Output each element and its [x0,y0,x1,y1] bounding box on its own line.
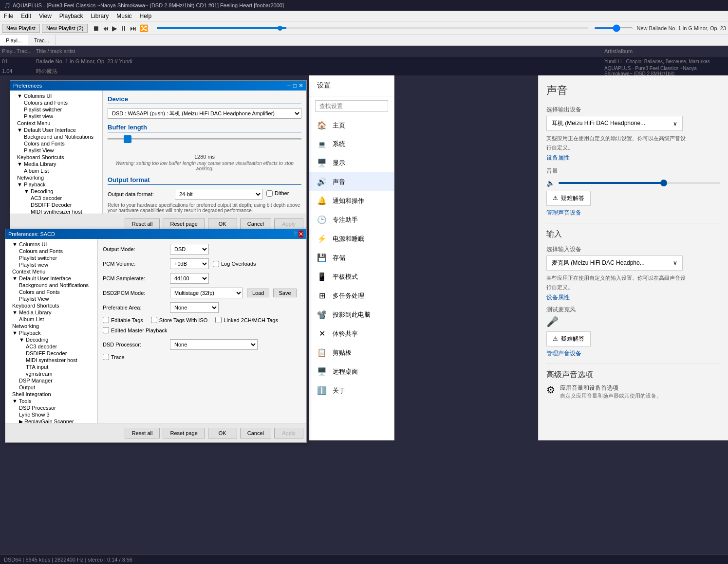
tree2-playlist-view2[interactable]: Playlist View [5,295,97,302]
dsd-processor-select[interactable]: None [170,339,258,350]
output-format-select[interactable]: 24-bit [175,189,262,200]
reset-all-btn[interactable]: Reset all [125,218,160,229]
device-props-link[interactable]: 设备属性 [546,154,720,162]
menu-file[interactable]: File [0,12,17,20]
tree2-bg-notif[interactable]: Background and Notifications [5,282,97,289]
nav-system[interactable]: 💻 系统 [309,135,394,153]
tree2-album-list[interactable]: Album List [5,316,97,323]
nav-project[interactable]: 📽️ 投影到此电脑 [309,305,394,324]
preferable-area-select[interactable]: None [170,302,219,313]
tree2-ac3[interactable]: AC3 decoder [5,343,97,350]
input-trouble-btn[interactable]: ⚠ 疑难解答 [546,331,591,346]
menu-library[interactable]: Library [87,12,113,20]
pcm-samplerate-select[interactable]: 44100 [170,273,209,284]
tree2-media-lib[interactable]: ▼ Media Library [5,309,97,316]
linked-checkbox[interactable] [215,317,222,323]
nav-multitask[interactable]: ⊞ 多任务处理 [309,286,394,305]
settings-search-input[interactable] [315,100,388,112]
cancel-btn[interactable]: Cancel [240,218,271,229]
volume-slider[interactable] [594,27,633,29]
pcm-volume-select[interactable]: +0dB [170,258,209,269]
tree2-networking[interactable]: Networking [5,323,97,329]
tree-ac3[interactable]: AC3 decoder [10,195,102,201]
nav-notifications[interactable]: 🔔 通知和操作 [309,191,394,210]
tree-columns-ui[interactable]: ▼ Columns UI [10,92,102,99]
playlist-row[interactable]: 01 Ballade No. 1 in G Minor, Op. 23 // Y… [0,56,728,66]
menu-music[interactable]: Music [112,12,135,20]
tree2-tools[interactable]: ▼ Tools [5,398,97,404]
nav-about[interactable]: ℹ️ 关于 [309,381,394,400]
tree2-lyric[interactable]: Lyric Show 3 [5,411,97,418]
store-iso-checkbox[interactable] [151,317,157,323]
trace-checkbox[interactable] [103,354,109,360]
nav-sound[interactable]: 🔊 声音 [309,172,394,191]
manage-devices2-link[interactable]: 管理声音设备 [546,349,720,358]
tree2-columns-ui[interactable]: ▼ Columns UI [5,241,97,248]
tree2-playlist-view[interactable]: Playlist view [5,261,97,268]
tree2-context-menu[interactable]: Context Menu [5,268,97,275]
prev-button[interactable]: ⏮ [101,24,110,32]
reset-all-btn2[interactable]: Reset all [125,428,160,438]
playlist-row[interactable]: 1.04 時の魔法 AQUAPLUS - Pure3 Feel Classics… [0,66,728,76]
menu-view[interactable]: View [35,12,56,20]
tree-album-list[interactable]: Album List [10,167,102,174]
nav-power[interactable]: ⚡ 电源和睡眠 [309,229,394,248]
edited-master-checkbox[interactable] [103,327,109,333]
tree-keyboard[interactable]: Keyboard Shortcuts [10,154,102,161]
tree2-tta[interactable]: TTA input [5,364,97,370]
tree-playlist-view[interactable]: Playlist view [10,113,102,120]
menu-playback[interactable]: Playback [56,12,87,20]
ok-btn2[interactable]: OK [208,428,237,438]
volume-track[interactable] [559,182,720,184]
nav-clipboard[interactable]: 📋 剪贴板 [309,343,394,362]
next-button[interactable]: ⏭ [129,24,138,32]
save-btn[interactable]: Save [273,289,296,297]
play-button[interactable]: ▶ [111,24,118,32]
tree2-dsd-proc[interactable]: DSD Processor [5,404,97,411]
nav-tablet[interactable]: 📱 平板模式 [309,267,394,286]
tree-dsdiff[interactable]: DSDIFF Decoder [10,201,102,208]
tree2-playlist-switcher[interactable]: Playlist switcher [5,255,97,261]
tree-bg-notif[interactable]: Background and Notifications [10,133,102,140]
tree2-shell[interactable]: Shell Integration [5,391,97,398]
track-tab[interactable]: Trac... [28,35,56,45]
pref1-close[interactable]: ✕ [299,82,303,89]
playlist-tab[interactable]: Playi... [0,35,28,45]
output-trouble-btn[interactable]: ⚠ 疑难解答 [546,191,591,206]
tree-midi[interactable]: MIDI synthesizer host [10,208,102,214]
nav-display[interactable]: 🖥️ 显示 [309,153,394,172]
tree-decoding[interactable]: ▼ Decoding [10,188,102,195]
tree-colors-fonts[interactable]: Colors and Fonts [10,140,102,147]
reset-page-btn[interactable]: Reset page [163,218,205,229]
tree-colours-fonts[interactable]: Colours and Fonts [10,99,102,106]
tree2-colours-fonts[interactable]: Colours and Fonts [5,248,97,255]
tree2-playback[interactable]: ▼ Playback [5,329,97,336]
tree-context-menu[interactable]: Context Menu [10,120,102,127]
tree2-dsp[interactable]: DSP Manager [5,377,97,384]
tree2-midi[interactable]: MIDI synthesizer host [5,357,97,364]
nav-storage[interactable]: 💾 存储 [309,248,394,267]
tree-media-lib[interactable]: ▼ Media Library [10,161,102,167]
reset-page-btn2[interactable]: Reset page [163,428,205,438]
random-button[interactable]: 🔀 [139,24,149,32]
load-btn[interactable]: Load [247,289,269,297]
tree2-output[interactable]: Output [5,384,97,391]
input-device-props-link[interactable]: 设备属性 [546,293,720,302]
tree2-replaygain[interactable]: ▶ ReplayGain Scanner [5,418,97,423]
nav-experience[interactable]: ✕ 体验共享 [309,324,394,343]
tree-networking[interactable]: Networking [10,174,102,181]
pref1-maximize[interactable]: □ [293,82,297,89]
editable-tags-checkbox[interactable] [103,317,109,323]
apply-btn2[interactable]: Apply [274,428,303,438]
tree-default-ui[interactable]: ▼ Default User Interface [10,127,102,133]
dither-checkbox[interactable] [266,190,273,197]
input-device-select[interactable]: 麦克风 (Meizu HiFi DAC Headpho... ∨ [546,255,683,271]
output-device-select[interactable]: 耳机 (Meizu HiFi DAC Headphone... ∨ [546,116,683,131]
tree-playback[interactable]: ▼ Playback [10,181,102,188]
menu-edit[interactable]: Edit [17,12,35,20]
device-select[interactable]: DSD : WASAPI (push) : 耳机 (Meizu HiFi DAC… [108,108,301,119]
menu-help[interactable]: Help [136,12,156,20]
tree-playlist-switcher[interactable]: Playlist switcher [10,106,102,113]
output-mode-select[interactable]: DSD [170,244,209,255]
ok-btn[interactable]: OK [208,218,237,229]
